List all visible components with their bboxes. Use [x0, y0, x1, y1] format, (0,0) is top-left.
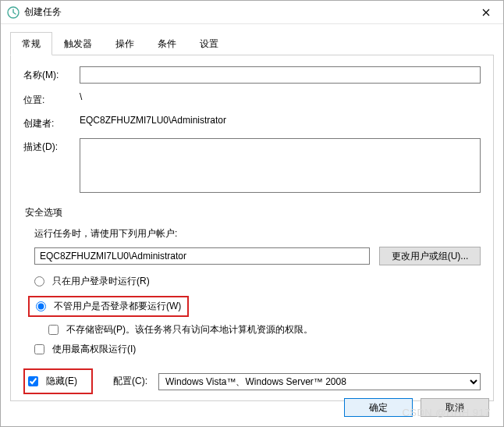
- author-value: EQC8ZFHUZMI7LU0\Administrator: [80, 115, 481, 126]
- hidden-row[interactable]: 隐藏(E): [28, 375, 77, 388]
- radio-any-row[interactable]: 不管用户是否登录都要运行(W): [36, 300, 181, 313]
- radio-any-label: 不管用户是否登录都要运行(W): [54, 300, 181, 313]
- author-label: 创建者:: [23, 115, 80, 130]
- close-button[interactable]: [468, 1, 503, 23]
- hidden-checkbox[interactable]: [28, 376, 38, 386]
- cancel-button[interactable]: 取消: [421, 398, 489, 417]
- tabpanel-general: 名称(M): 位置: \ 创建者: EQC8ZFHUZMI7LU0\Admini…: [10, 55, 494, 401]
- description-label: 描述(D):: [23, 138, 80, 154]
- tabstrip: 常规 触发器 操作 条件 设置: [10, 32, 494, 55]
- highest-priv-checkbox[interactable]: [34, 344, 44, 354]
- hidden-label: 隐藏(E): [46, 375, 77, 388]
- tab-general[interactable]: 常规: [10, 32, 52, 55]
- ok-button[interactable]: 确定: [344, 398, 413, 417]
- run-as-hint: 运行任务时，请使用下列用户帐户:: [34, 227, 481, 240]
- highest-priv-row[interactable]: 使用最高权限运行(I): [34, 343, 481, 356]
- description-input[interactable]: [80, 138, 481, 193]
- dialog-button-row: 确定 取消: [344, 398, 489, 417]
- name-input[interactable]: [80, 66, 481, 84]
- window-title: 创建任务: [24, 5, 468, 19]
- security-section: 运行任务时，请使用下列用户帐户: EQC8ZFHUZMI7LU0\Adminis…: [23, 227, 481, 356]
- titlebar: 创建任务: [1, 1, 503, 24]
- dialog-content: 常规 触发器 操作 条件 设置 名称(M): 位置: \ 创建者: EQC8ZF…: [1, 24, 503, 426]
- tab-actions[interactable]: 操作: [104, 32, 146, 55]
- configure-for-label: 配置(C):: [113, 375, 147, 388]
- account-display: EQC8ZFHUZMI7LU0\Administrator: [34, 247, 370, 265]
- highest-priv-label: 使用最高权限运行(I): [52, 343, 136, 356]
- name-label: 名称(M):: [23, 66, 80, 82]
- radio-any-highlight: 不管用户是否登录都要运行(W): [28, 296, 189, 317]
- store-password-row[interactable]: 不存储密码(P)。该任务将只有访问本地计算机资源的权限。: [48, 323, 481, 336]
- radio-logged-on-label: 只在用户登录时运行(R): [52, 275, 150, 288]
- store-password-checkbox[interactable]: [48, 325, 59, 335]
- radio-any[interactable]: [36, 301, 46, 311]
- radio-logged-on[interactable]: [34, 276, 44, 286]
- close-icon: [482, 9, 490, 16]
- create-task-dialog: 创建任务 常规 触发器 操作 条件 设置 名称(M): 位置: \: [0, 0, 504, 427]
- clock-icon: [7, 6, 20, 19]
- security-title: 安全选项: [25, 206, 481, 219]
- store-password-label: 不存储密码(P)。该任务将只有访问本地计算机资源的权限。: [66, 323, 313, 336]
- change-user-button[interactable]: 更改用户或组(U)...: [379, 247, 481, 265]
- tab-conditions[interactable]: 条件: [146, 32, 188, 55]
- hidden-highlight: 隐藏(E): [23, 368, 93, 394]
- configure-for-select[interactable]: Windows Vista™、Windows Server™ 2008: [158, 373, 481, 390]
- location-value: \: [80, 91, 481, 102]
- location-label: 位置:: [23, 91, 80, 107]
- tab-triggers[interactable]: 触发器: [52, 32, 104, 55]
- tab-settings[interactable]: 设置: [188, 32, 230, 55]
- radio-logged-on-row[interactable]: 只在用户登录时运行(R): [34, 275, 481, 288]
